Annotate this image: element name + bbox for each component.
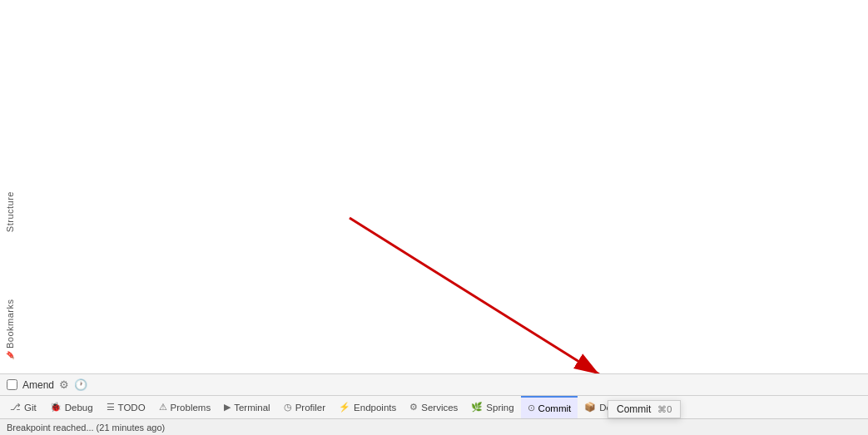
amend-row: Amend ⚙ 🕐	[0, 373, 868, 395]
structure-sidebar[interactable]: Structure	[0, 191, 20, 232]
problems-icon: ⚠	[159, 402, 167, 413]
terminal-icon: ▶	[224, 402, 231, 413]
dependencies-icon: 📦	[584, 402, 596, 413]
tab-terminal[interactable]: ▶ Terminal	[217, 396, 276, 418]
amend-label: Amend	[22, 379, 54, 391]
commit-tooltip-label: Commit	[617, 403, 651, 415]
tab-profiler[interactable]: ◷ Profiler	[277, 396, 332, 418]
git-icon: ⎇	[10, 402, 21, 413]
amend-checkbox[interactable]	[7, 379, 17, 390]
spring-icon: 🌿	[471, 402, 483, 413]
todo-icon: ☰	[107, 402, 115, 413]
commit-shortcut: ⌘0	[657, 404, 672, 415]
tab-todo[interactable]: ☰ TODO	[100, 396, 152, 418]
tab-commit[interactable]: ⊙ Commit	[521, 396, 578, 418]
endpoints-icon: ⚡	[339, 402, 350, 413]
tab-debug[interactable]: 🐞 Debug	[43, 396, 100, 418]
main-content	[21, 0, 868, 373]
commit-icon: ⊙	[528, 403, 535, 413]
bottom-toolbar: ⎇ Git 🐞 Debug ☰ TODO ⚠ Problems ▶ Termin…	[0, 395, 868, 418]
tab-problems[interactable]: ⚠ Problems	[152, 396, 218, 418]
settings-icon[interactable]: ⚙	[59, 378, 69, 391]
services-icon: ⚙	[409, 402, 418, 413]
tab-spring[interactable]: 🌿 Spring	[464, 396, 520, 418]
profiler-icon: ◷	[284, 402, 292, 413]
tab-services[interactable]: ⚙ Services	[403, 396, 464, 418]
status-bar: Breakpoint reached... (21 minutes ago)	[0, 418, 868, 435]
commit-tooltip: Commit ⌘0	[608, 400, 681, 418]
tab-git[interactable]: ⎇ Git	[3, 396, 43, 418]
bookmarks-sidebar[interactable]: 🔖 Bookmarks	[0, 299, 20, 360]
tab-endpoints[interactable]: ⚡ Endpoints	[332, 396, 403, 418]
bookmarks-label: 🔖 Bookmarks	[5, 299, 15, 360]
debug-icon: 🐞	[50, 402, 62, 413]
structure-label: Structure	[5, 191, 15, 232]
status-message: Breakpoint reached... (21 minutes ago)	[7, 423, 165, 433]
history-icon[interactable]: 🕐	[74, 378, 87, 391]
